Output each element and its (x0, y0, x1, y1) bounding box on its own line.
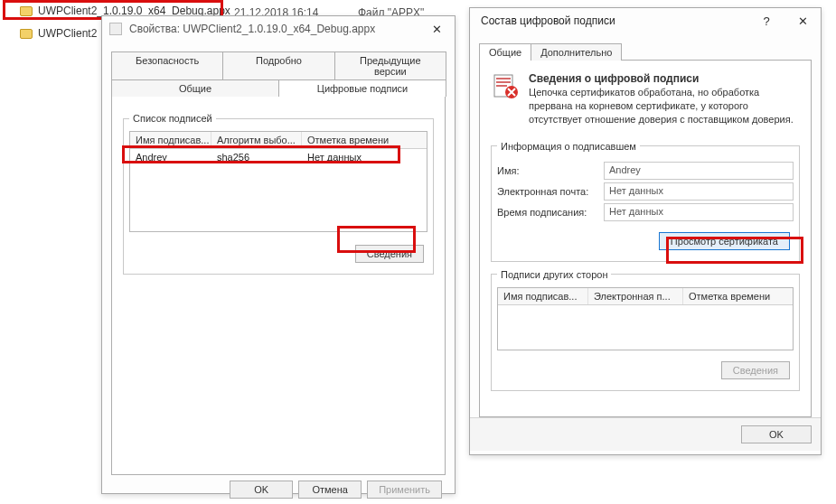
details-button[interactable]: Сведения (355, 245, 424, 263)
col-algorithm[interactable]: Алгоритм выбо... (211, 132, 302, 148)
col-signer[interactable]: Имя подписав... (130, 132, 211, 148)
tab-general[interactable]: Общие (111, 79, 279, 97)
folder-icon (20, 29, 33, 39)
properties-dialog: Свойства: UWPClient2_1.0.19.0_x64_Debug.… (101, 15, 456, 494)
form-row-name: Имя: Andrey (497, 162, 794, 180)
folder-icon (20, 6, 33, 16)
label-time: Время подписания: (497, 207, 604, 218)
signatures-listview[interactable]: Имя подписав... Алгоритм выбо... Отметка… (129, 131, 427, 232)
cell-algorithm: sha256 (211, 149, 302, 165)
form-row-email: Электронная почта: Нет данных (497, 182, 794, 201)
signature-row[interactable]: Andrey sha256 Нет данных (130, 149, 427, 165)
countersignatures-group: Подписи других сторон Имя подписав... Эл… (491, 269, 800, 391)
ok-button[interactable]: OK (230, 481, 293, 499)
col-email[interactable]: Электронная п... (588, 288, 683, 304)
signer-info-legend: Информация о подписавшем (497, 141, 640, 152)
field-time: Нет данных (604, 203, 794, 221)
form-row-time: Время подписания: Нет данных (497, 203, 794, 221)
tab-prev-versions[interactable]: Предыдущие версии (334, 51, 446, 79)
countersignatures-listview[interactable]: Имя подписав... Электронная п... Отметка… (497, 287, 794, 350)
file-name: UWPClient2 (38, 27, 97, 40)
field-email: Нет данных (604, 182, 794, 201)
countersignatures-legend: Подписи других сторон (497, 269, 611, 280)
cancel-button[interactable]: Отмена (298, 481, 362, 499)
label-email: Электронная почта: (497, 186, 604, 197)
tabstrip: Безопасность Подробно Предыдущие версии … (111, 51, 446, 96)
field-name: Andrey (604, 162, 794, 180)
dialog-buttons: OK Отмена Применить (111, 475, 446, 504)
explorer-file-row[interactable]: UWPClient2 (20, 27, 97, 40)
ok-button[interactable]: OK (741, 425, 812, 443)
tabstrip: Общие Дополнительно (479, 42, 812, 60)
tab-digital-signatures[interactable]: Цифровые подписи (278, 79, 446, 97)
view-certificate-button[interactable]: Просмотр сертификата (659, 232, 790, 250)
close-button[interactable]: ✕ (418, 16, 455, 42)
details-button[interactable]: Сведения (721, 361, 790, 379)
dialog-bottom-bar: OK (470, 417, 821, 451)
app-icon (109, 23, 122, 35)
tab-security[interactable]: Безопасность (111, 51, 223, 79)
signature-info-header: Сведения о цифровой подписи Цепочка серт… (489, 68, 802, 134)
tab-details[interactable]: Подробно (222, 51, 334, 79)
signatures-group: Список подписей Имя подписав... Алгоритм… (123, 113, 434, 275)
signature-details-dialog: Состав цифровой подписи ? ✕ Общие Дополн… (469, 7, 822, 455)
signatures-legend: Список подписей (129, 113, 216, 124)
titlebar[interactable]: Свойства: UWPClient2_1.0.19.0_x64_Debug.… (102, 16, 455, 42)
certificate-warning-icon (491, 71, 520, 100)
col-timestamp[interactable]: Отметка времени (683, 288, 793, 304)
col-signer[interactable]: Имя подписав... (498, 288, 588, 304)
tab-advanced[interactable]: Дополнительно (531, 43, 622, 61)
tab-general[interactable]: Общие (479, 43, 531, 61)
label-name: Имя: (497, 165, 604, 176)
listview-header: Имя подписав... Электронная п... Отметка… (498, 288, 793, 305)
listview-header: Имя подписав... Алгоритм выбо... Отметка… (130, 132, 427, 149)
col-timestamp[interactable]: Отметка времени (302, 132, 427, 148)
tab-panel-signatures: Список подписей Имя подписав... Алгоритм… (111, 96, 446, 475)
cell-signer: Andrey (130, 149, 211, 165)
tab-panel-general: Сведения о цифровой подписи Цепочка серт… (479, 60, 812, 417)
titlebar[interactable]: Состав цифровой подписи ? ✕ (470, 8, 821, 33)
apply-button[interactable]: Применить (367, 481, 442, 499)
close-button[interactable]: ✕ (784, 8, 821, 33)
cell-timestamp: Нет данных (302, 149, 427, 165)
info-title: Сведения о цифровой подписи (529, 71, 800, 86)
info-text: Цепочка сертификатов обработана, но обра… (529, 86, 800, 126)
help-button[interactable]: ? (748, 8, 784, 33)
signer-info-group: Информация о подписавшем Имя: Andrey Эле… (491, 141, 800, 262)
